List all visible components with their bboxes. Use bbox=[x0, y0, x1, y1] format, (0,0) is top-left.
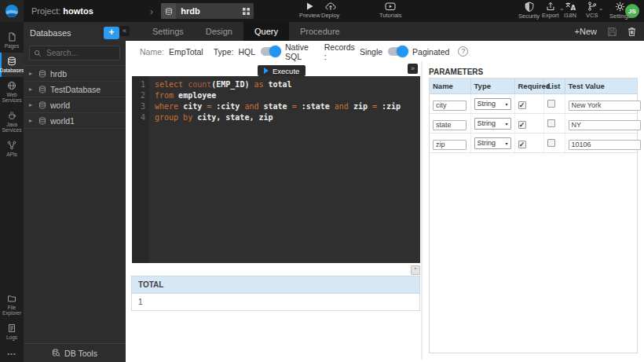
collapse-panel-button[interactable]: « bbox=[119, 26, 130, 36]
records-option-paginated[interactable]: Paginated bbox=[412, 47, 449, 57]
dropdown-arrow-icon: ▾ bbox=[505, 101, 507, 107]
type-toggle[interactable] bbox=[261, 47, 280, 56]
records-option-single[interactable]: Single bbox=[360, 47, 382, 57]
parameters-table: Name Type Required List Test Value Strin… bbox=[430, 79, 637, 153]
parameter-row: String▾✓ bbox=[430, 114, 637, 133]
parameter-cell: String▾ bbox=[470, 114, 514, 133]
export-button[interactable]: Export ⌄ bbox=[542, 2, 559, 19]
execute-button[interactable]: Execute bbox=[258, 65, 306, 76]
rail-item-file-explorer[interactable]: File Explorer bbox=[0, 290, 24, 320]
new-query-button[interactable]: +New bbox=[575, 27, 597, 36]
col-header-required: Required bbox=[514, 79, 543, 94]
caret-right-icon[interactable]: ▸ bbox=[29, 117, 35, 124]
security-label: Security bbox=[518, 13, 540, 20]
records-toggle[interactable] bbox=[388, 47, 407, 56]
code-token: :state bbox=[302, 102, 335, 111]
param-test-value-input[interactable] bbox=[569, 140, 641, 150]
save-icon[interactable] bbox=[607, 27, 617, 37]
rail-item-databases[interactable]: Databases bbox=[0, 53, 24, 77]
db-tools-button[interactable]: DB Tools bbox=[24, 343, 126, 362]
param-type-select[interactable]: String▾ bbox=[474, 118, 511, 130]
collapse-results-button[interactable]: ⌃ bbox=[411, 265, 420, 275]
tree-item-hrdb[interactable]: ▸ hrdb bbox=[24, 66, 126, 82]
logo-icon bbox=[5, 4, 19, 18]
help-icon[interactable]: ? bbox=[458, 46, 468, 57]
search-input[interactable] bbox=[45, 48, 115, 58]
line-number: 4 bbox=[132, 112, 145, 123]
param-name-input[interactable] bbox=[433, 120, 467, 130]
rail-more-button[interactable]: ••• bbox=[0, 344, 24, 362]
rail-item-logs[interactable]: Logs bbox=[0, 320, 24, 344]
svg-text:A: A bbox=[571, 4, 576, 11]
type-option-hql[interactable]: HQL bbox=[238, 47, 255, 57]
param-required-checkbox[interactable]: ✓ bbox=[518, 141, 526, 148]
database-icon bbox=[161, 3, 176, 19]
code-token: zip bbox=[353, 102, 372, 111]
caret-right-icon[interactable]: ▸ bbox=[29, 101, 35, 108]
tree-item-world[interactable]: ▸ world bbox=[24, 97, 126, 113]
parameter-cell bbox=[543, 114, 565, 133]
user-avatar[interactable]: JS bbox=[625, 4, 639, 18]
param-type-select[interactable]: String▾ bbox=[474, 98, 511, 110]
param-list-checkbox[interactable] bbox=[547, 100, 555, 108]
security-button[interactable]: Security bbox=[518, 2, 540, 20]
tab-design[interactable]: Design bbox=[195, 22, 243, 41]
param-type-value: String bbox=[478, 100, 496, 108]
tree-item-label: world bbox=[50, 101, 70, 110]
sql-editor[interactable]: 1234 select count(EMP_ID) as totalfrom e… bbox=[132, 76, 420, 263]
param-test-value-input[interactable] bbox=[569, 101, 641, 111]
code-token: state bbox=[264, 102, 292, 111]
code-token: = bbox=[372, 102, 382, 111]
document-lines-icon bbox=[7, 324, 16, 333]
deploy-button[interactable]: Deploy bbox=[321, 2, 339, 19]
line-number: 3 bbox=[132, 101, 145, 112]
code-token: select bbox=[155, 80, 188, 89]
expand-parameters-button[interactable]: » bbox=[408, 64, 418, 74]
param-test-value-input[interactable] bbox=[569, 120, 641, 130]
results-rows: 1 bbox=[131, 294, 420, 311]
globe-icon bbox=[7, 81, 16, 90]
param-type-select[interactable]: String▾ bbox=[474, 137, 511, 149]
database-icon bbox=[38, 70, 46, 78]
tree-item-label: hrdb bbox=[50, 69, 67, 79]
entity-tab-bar: Settings Design Query Procedure +New bbox=[126, 22, 644, 41]
shield-icon bbox=[525, 2, 534, 12]
vcs-label: VCS bbox=[586, 12, 598, 19]
rail-item-pages[interactable]: Pages bbox=[0, 28, 24, 53]
param-required-checkbox[interactable]: ✓ bbox=[518, 121, 526, 129]
app-logo[interactable] bbox=[0, 0, 24, 22]
rail-item-java-services[interactable]: Java Services bbox=[0, 107, 24, 137]
tab-query[interactable]: Query bbox=[243, 22, 289, 41]
preview-button[interactable]: Preview bbox=[299, 2, 320, 19]
tutorials-button[interactable]: Tutorials bbox=[379, 2, 401, 19]
tab-procedure[interactable]: Procedure bbox=[289, 22, 351, 41]
i18n-button[interactable]: A I18N bbox=[564, 2, 576, 19]
tree-item-testdatabase[interactable]: ▸ TestDatabase bbox=[24, 82, 126, 97]
code-token: city, state, zip bbox=[197, 113, 273, 122]
open-entity-tab[interactable]: hrdb bbox=[161, 3, 254, 19]
tree-item-world1[interactable]: ▸ world1 bbox=[24, 113, 126, 129]
vcs-button[interactable]: VCS ⌄ bbox=[586, 2, 598, 19]
caret-right-icon[interactable]: ▸ bbox=[29, 70, 35, 77]
toggle-knob bbox=[397, 46, 408, 57]
rail-item-apis[interactable]: APIs bbox=[0, 137, 24, 161]
line-number: 2 bbox=[132, 90, 145, 101]
database-search-box[interactable] bbox=[29, 46, 120, 60]
param-name-input[interactable] bbox=[433, 140, 467, 150]
database-icon bbox=[38, 86, 46, 93]
caret-right-icon[interactable]: ▸ bbox=[29, 86, 35, 93]
param-list-checkbox[interactable] bbox=[547, 119, 555, 127]
type-option-native-sql[interactable]: Native SQL bbox=[285, 42, 309, 61]
tree-item-label: TestDatabase bbox=[50, 85, 101, 94]
param-required-checkbox[interactable]: ✓ bbox=[518, 101, 526, 109]
rail-item-web-services[interactable]: Web Services bbox=[0, 77, 24, 107]
results-row: 1 bbox=[131, 294, 420, 311]
grid-menu-icon[interactable] bbox=[243, 8, 250, 15]
results-table: TOTAL 1 bbox=[131, 276, 420, 311]
delete-icon[interactable] bbox=[628, 27, 636, 37]
tab-settings[interactable]: Settings bbox=[141, 22, 195, 41]
add-database-button[interactable]: + bbox=[104, 27, 119, 39]
param-name-input[interactable] bbox=[433, 101, 467, 111]
code-line: group by city, state, zip bbox=[155, 112, 401, 123]
param-list-checkbox[interactable] bbox=[547, 139, 555, 147]
